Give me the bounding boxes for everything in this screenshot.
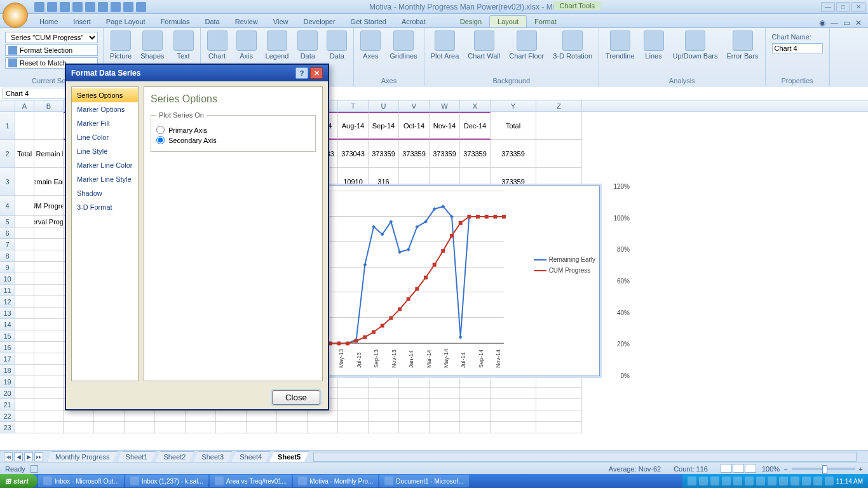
clock[interactable]: 11:14 AM (836, 478, 863, 485)
dialog-close-button[interactable]: ✕ (310, 67, 323, 79)
tab-home[interactable]: Home (32, 16, 65, 27)
tray-icon[interactable] (699, 477, 708, 485)
row-header[interactable]: 22 (0, 410, 15, 422)
chart-title-button[interactable]: Chart (205, 29, 230, 61)
dialog-help-button[interactable]: ? (295, 67, 308, 79)
help-icon[interactable]: ◉ (819, 18, 825, 27)
column-header[interactable]: X (460, 100, 491, 111)
office-button[interactable] (3, 3, 28, 28)
restore-window-icon[interactable]: ▭ (843, 18, 850, 27)
column-header[interactable]: V (399, 100, 430, 111)
nav-3d-format[interactable]: 3-D Format (72, 200, 138, 214)
view-buttons[interactable] (721, 464, 757, 474)
nav-line-color[interactable]: Line Color (72, 130, 138, 144)
row-header[interactable]: 21 (0, 399, 15, 410)
close-button[interactable]: ✕ (851, 2, 865, 12)
nav-marker-line-style[interactable]: Marker Line Style (72, 172, 138, 186)
dialog-close-action[interactable]: Close (272, 390, 320, 405)
tab-formulas[interactable]: Formulas (153, 16, 198, 27)
row-header[interactable]: 20 (0, 388, 15, 399)
tab-developer[interactable]: Developer (295, 16, 342, 27)
chart-wall-button[interactable]: Chart Wall (465, 29, 503, 61)
tab-insert[interactable]: Insert (65, 16, 98, 27)
print-preview-icon[interactable] (72, 2, 83, 12)
start-button[interactable]: ⊞start (0, 474, 37, 488)
system-tray[interactable]: 11:14 AM (682, 474, 868, 488)
embedded-chart[interactable]: 0%20%40%60%80%100%120% Mar-13May-13Jul-1… (314, 186, 600, 376)
column-header[interactable]: B (34, 100, 64, 111)
legend-button[interactable]: Legend (263, 29, 292, 61)
row-header[interactable]: 18 (0, 365, 15, 376)
tray-icon[interactable] (825, 477, 834, 485)
name-box[interactable]: Chart 4 (3, 88, 66, 99)
tab-data[interactable]: Data (197, 16, 227, 27)
sheet-tab[interactable]: Sheet5 (269, 451, 309, 462)
data-table-button[interactable]: Data (324, 29, 349, 61)
zoom-in-icon[interactable]: + (859, 465, 863, 473)
chart-name-input[interactable] (772, 43, 823, 53)
column-header[interactable]: U (369, 100, 399, 111)
close-workbook-icon[interactable]: ✕ (855, 18, 862, 27)
tab-design[interactable]: Design (452, 16, 489, 27)
first-sheet-icon[interactable]: ⏮ (4, 452, 13, 461)
row-header[interactable]: 11 (0, 285, 15, 296)
tab-acrobat[interactable]: Acrobat (394, 16, 433, 27)
column-header[interactable]: T (338, 100, 369, 111)
row-header[interactable]: 6 (0, 227, 15, 239)
column-header[interactable]: W (430, 100, 460, 111)
next-sheet-icon[interactable]: ▶ (24, 452, 33, 461)
chart-floor-button[interactable]: Chart Floor (506, 29, 546, 61)
taskbar-item[interactable]: Inbox (1,237) - k.sal... (125, 475, 208, 487)
row-header[interactable]: 3 (0, 168, 15, 196)
radio-secondary-axis[interactable]: Secondary Axis (156, 136, 310, 144)
row-header[interactable]: 7 (0, 239, 15, 250)
tray-icon[interactable] (722, 477, 731, 485)
minimize-ribbon-icon[interactable]: — (831, 18, 838, 27)
row-header[interactable]: 1 (0, 112, 15, 140)
tray-icon[interactable] (756, 477, 765, 485)
tab-format[interactable]: Format (527, 16, 564, 27)
qat-icon[interactable] (85, 2, 95, 12)
tray-icon[interactable] (688, 477, 696, 485)
tray-icon[interactable] (710, 477, 719, 485)
zoom-slider[interactable] (792, 468, 855, 470)
taskbar-item[interactable]: Document1 - Microsof... (379, 475, 468, 487)
row-header[interactable]: 16 (0, 342, 15, 353)
nav-marker-line-color[interactable]: Marker Line Color (72, 158, 138, 172)
nav-series-options[interactable]: Series Options (72, 88, 138, 102)
row-header[interactable]: 12 (0, 296, 15, 308)
insert-picture-button[interactable]: Picture (107, 29, 134, 61)
tab-review[interactable]: Review (227, 16, 266, 27)
radio-primary-axis[interactable]: Primary Axis (156, 126, 310, 134)
gridlines-button[interactable]: Gridlines (387, 29, 419, 61)
row-header[interactable]: 8 (0, 250, 15, 262)
updown-bars-button[interactable]: Up/Down Bars (670, 29, 721, 61)
zoom-out-icon[interactable]: − (783, 465, 787, 473)
zoom-level[interactable]: 100% (762, 465, 780, 473)
row-header[interactable]: 19 (0, 376, 15, 388)
plot-area-button[interactable]: Plot Area (428, 29, 462, 61)
row-header[interactable]: 17 (0, 353, 15, 365)
error-bars-button[interactable]: Error Bars (724, 29, 761, 61)
tray-icon[interactable] (813, 477, 822, 485)
tray-icon[interactable] (802, 477, 811, 485)
qat-icon[interactable] (111, 2, 121, 12)
sheet-tab[interactable]: Monthly Progress (47, 451, 118, 462)
save-icon[interactable] (34, 2, 44, 12)
tab-page-layout[interactable]: Page Layout (98, 16, 153, 27)
axes-button[interactable]: Axes (358, 29, 383, 61)
tab-layout[interactable]: Layout (489, 15, 527, 27)
nav-shadow[interactable]: Shadow (72, 186, 138, 200)
sheet-tab[interactable]: Sheet2 (155, 451, 194, 462)
macro-record-icon[interactable] (31, 465, 38, 473)
nav-marker-options[interactable]: Marker Options (72, 102, 138, 116)
sheet-tab[interactable]: Sheet1 (118, 451, 156, 462)
column-header[interactable]: A (15, 100, 34, 111)
row-header[interactable]: 2 (0, 140, 15, 168)
qat-icon[interactable] (123, 2, 133, 12)
tab-get-started[interactable]: Get Started (343, 16, 394, 27)
qat-icon[interactable] (98, 2, 108, 12)
data-labels-button[interactable]: Data (295, 29, 320, 61)
format-selection-button[interactable]: Format Selection (5, 44, 98, 56)
horizontal-scrollbar[interactable] (313, 452, 857, 462)
